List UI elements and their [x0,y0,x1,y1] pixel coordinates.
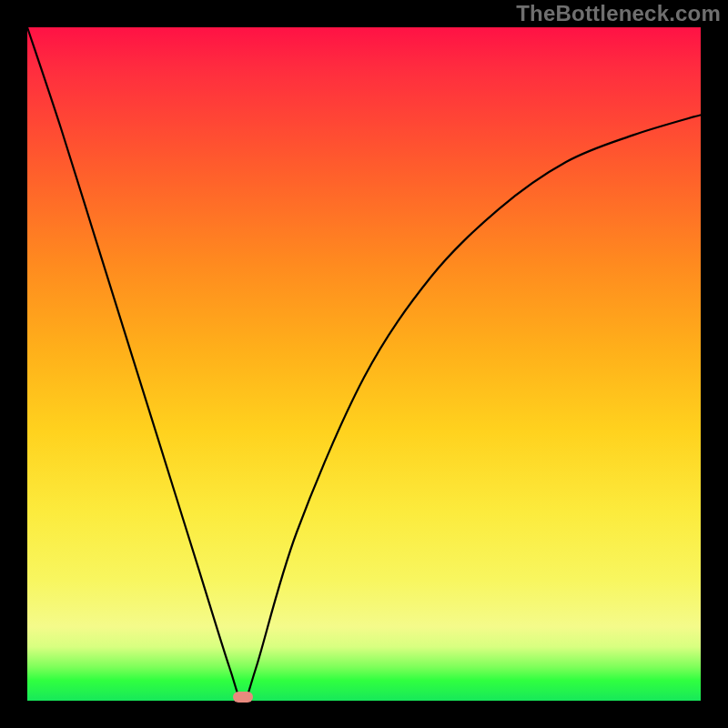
bottleneck-curve-line [27,27,701,701]
bottleneck-curve-svg [27,27,701,701]
chart-frame: TheBottleneck.com [0,0,728,728]
watermark-text: TheBottleneck.com [516,1,721,26]
optimum-marker [233,692,253,703]
